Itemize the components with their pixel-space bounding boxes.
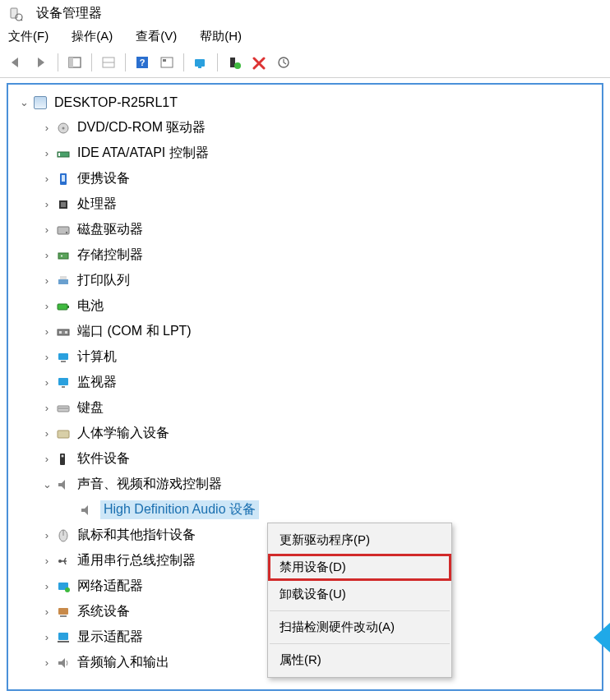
chevron-right-icon[interactable]: › [39, 198, 54, 210]
context-menu: 更新驱动程序(P) 禁用设备(D) 卸载设备(U) 扫描检测硬件改动(A) 属性… [267, 523, 452, 678]
svg-rect-0 [11, 8, 17, 18]
tree-category-label: 监视器 [77, 374, 117, 391]
chevron-right-icon[interactable]: › [39, 555, 54, 567]
menu-uninstall-device[interactable]: 卸载设备(U) [268, 581, 451, 608]
tree-category[interactable]: ⌄声音、视频和游戏控制器 [8, 472, 602, 497]
svg-rect-50 [60, 615, 67, 617]
scan-hardware-button[interactable] [189, 53, 212, 72]
svg-rect-28 [58, 279, 68, 284]
blue-arrow-icon [590, 623, 610, 652]
svg-point-27 [61, 255, 62, 256]
portable-icon [54, 171, 72, 187]
update-driver-button[interactable] [272, 53, 295, 72]
device-manager-icon [7, 6, 25, 22]
chevron-down-icon[interactable]: ⌄ [39, 478, 54, 490]
menu-help[interactable]: 帮助(H) [200, 29, 242, 44]
menu-update-driver[interactable]: 更新驱动程序(P) [268, 527, 451, 554]
hid-icon [54, 426, 72, 442]
show-hide-tree-button[interactable] [63, 53, 86, 72]
svg-rect-37 [58, 378, 68, 385]
tree-category-label: 声音、视频和游戏控制器 [77, 476, 222, 493]
chevron-right-icon[interactable]: › [39, 122, 54, 134]
tree-category[interactable]: ›软件设备 [8, 446, 602, 472]
svg-point-14 [234, 62, 241, 69]
chevron-right-icon[interactable]: › [39, 376, 54, 389]
back-button[interactable] [5, 53, 28, 72]
chevron-right-icon[interactable]: › [39, 173, 54, 185]
tree-category[interactable]: ›IDE ATA/ATAPI 控制器 [8, 140, 602, 166]
forward-button[interactable] [30, 53, 53, 72]
tree-category[interactable]: ›打印队列 [8, 268, 602, 293]
svg-point-17 [62, 127, 65, 129]
tree-category-label: 打印队列 [77, 272, 130, 289]
port-icon [54, 324, 72, 340]
menu-view[interactable]: 查看(V) [136, 29, 177, 44]
svg-rect-30 [58, 304, 67, 310]
svg-rect-21 [62, 175, 65, 182]
svg-rect-34 [65, 331, 67, 334]
menu-file[interactable]: 文件(F) [8, 29, 49, 44]
disc-icon [54, 120, 72, 136]
tree-category[interactable]: ›电池 [8, 293, 602, 319]
svg-rect-52 [58, 641, 69, 642]
svg-rect-11 [195, 59, 205, 67]
svg-rect-36 [61, 361, 66, 362]
root-label: DESKTOP-R25RL1T [54, 95, 178, 110]
chevron-right-icon[interactable]: › [39, 529, 54, 541]
chevron-right-icon[interactable]: › [39, 249, 54, 261]
tree-device-label: High Definition Audio 设备 [100, 500, 259, 519]
chevron-right-icon[interactable]: › [39, 223, 54, 236]
tree-category[interactable]: ›磁盘驱动器 [8, 217, 602, 242]
svg-rect-24 [58, 227, 69, 234]
properties-button[interactable] [97, 53, 120, 72]
svg-rect-23 [61, 202, 66, 207]
ide-icon [54, 145, 72, 162]
chevron-right-icon[interactable]: › [39, 606, 54, 618]
svg-rect-9 [161, 58, 173, 67]
chevron-right-icon[interactable]: › [39, 453, 54, 465]
chevron-right-icon[interactable]: › [39, 325, 54, 338]
tree-category-label: DVD/CD-ROM 驱动器 [77, 119, 206, 136]
system-icon [54, 604, 72, 620]
tree-category-label: 计算机 [77, 348, 117, 366]
menu-disable-device[interactable]: 禁用设备(D) [268, 554, 451, 581]
menu-action[interactable]: 操作(A) [72, 29, 113, 44]
tree-category[interactable]: ›键盘 [8, 395, 602, 421]
tree-root[interactable]: ⌄ DESKTOP-R25RL1T [8, 90, 602, 115]
chevron-down-icon[interactable]: ⌄ [16, 96, 31, 108]
tree-category[interactable]: ›计算机 [8, 344, 602, 370]
view-button[interactable] [155, 53, 178, 72]
tree-device-item[interactable]: High Definition Audio 设备 [8, 497, 602, 523]
tree-category[interactable]: ›处理器 [8, 191, 602, 217]
tree-category[interactable]: ›端口 (COM 和 LPT) [8, 319, 602, 344]
tree-category[interactable]: ›人体学输入设备 [8, 421, 602, 446]
chevron-right-icon[interactable]: › [39, 300, 54, 312]
chevron-right-icon[interactable]: › [39, 147, 54, 159]
tree-category[interactable]: ›监视器 [8, 370, 602, 395]
tree-category[interactable]: ›DVD/CD-ROM 驱动器 [8, 115, 602, 140]
tree-category-label: 系统设备 [77, 603, 130, 620]
svg-line-2 [21, 19, 23, 21]
chevron-right-icon[interactable]: › [39, 656, 54, 669]
battery-icon [54, 298, 72, 315]
svg-rect-19 [58, 153, 60, 156]
menubar: 文件(F) 操作(A) 查看(V) 帮助(H) [0, 25, 610, 51]
chevron-right-icon[interactable]: › [39, 274, 54, 287]
help-button[interactable]: ? [131, 53, 154, 72]
chevron-right-icon[interactable]: › [39, 402, 54, 414]
software-icon [54, 451, 72, 467]
uninstall-button[interactable] [247, 53, 270, 72]
chevron-right-icon[interactable]: › [39, 351, 54, 363]
svg-rect-49 [58, 608, 68, 615]
menu-scan-hardware[interactable]: 扫描检测硬件改动(A) [268, 614, 451, 641]
tree-category[interactable]: ›便携设备 [8, 166, 602, 191]
enable-button[interactable] [223, 53, 246, 72]
menu-properties[interactable]: 属性(R) [268, 647, 451, 674]
computer-icon [54, 349, 72, 366]
tree-category-label: IDE ATA/ATAPI 控制器 [77, 145, 209, 162]
network-icon [54, 578, 72, 595]
chevron-right-icon[interactable]: › [39, 427, 54, 440]
chevron-right-icon[interactable]: › [39, 580, 54, 592]
chevron-right-icon[interactable]: › [39, 631, 54, 643]
tree-category[interactable]: ›存储控制器 [8, 242, 602, 268]
